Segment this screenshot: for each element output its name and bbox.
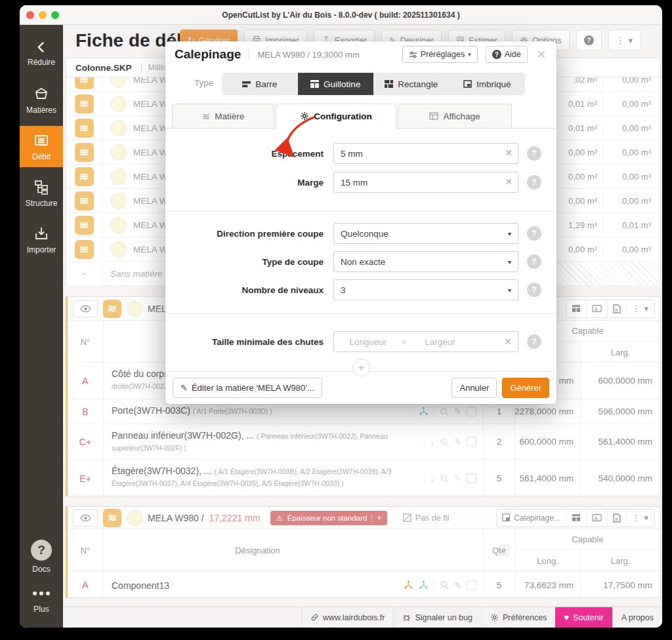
website-link[interactable]: www.lairdubois.fr <box>301 607 393 628</box>
sidebar-item-debit[interactable]: Débit <box>20 126 63 167</box>
help-circle-icon[interactable]: ? <box>527 283 541 297</box>
row-checkbox[interactable] <box>467 437 476 447</box>
axes-icon[interactable] <box>419 580 429 590</box>
report-button[interactable]: a <box>607 510 626 527</box>
edit-icon[interactable]: ✎ <box>454 580 461 590</box>
part-rows: A Component13 ✎ 5 73,6623 mm 17,7500 <box>68 571 660 599</box>
add-row-button[interactable]: + <box>352 359 370 376</box>
help-button[interactable]: ? Aide <box>486 46 528 63</box>
help-circle-icon[interactable]: ? <box>527 146 541 161</box>
type-guillotine[interactable]: Guillotine <box>298 73 374 95</box>
row-checkbox[interactable] <box>467 473 476 483</box>
help-circle-icon[interactable]: ? <box>527 254 541 269</box>
row-checkbox[interactable] <box>467 580 476 590</box>
more-menu-button[interactable]: ⋮ ▾ <box>608 30 641 50</box>
sidebar-item-matieres[interactable]: Matières <box>20 79 63 121</box>
type-row: Type Barre Guillotine Rectangle Imbriqué <box>165 73 556 95</box>
clear-icon[interactable]: ✕ <box>505 176 513 187</box>
tab-configuration[interactable]: Configuration <box>276 104 396 129</box>
close-icon[interactable]: ✕ <box>536 48 547 62</box>
arrow-down-icon[interactable]: ↓ <box>430 437 434 447</box>
levels-select[interactable]: 3 ▾ <box>333 279 518 300</box>
tab-label: Configuration <box>314 111 371 121</box>
report-button[interactable]: a <box>607 300 626 317</box>
layout-button[interactable]: Calepinage... <box>497 510 566 527</box>
part-row[interactable]: C+ Panneau inférieur(3W7H-002G), ... ( P… <box>68 424 660 460</box>
type-label-text: Imbriqué <box>476 79 511 89</box>
tab-matiere[interactable]: ≋ Matière <box>172 104 274 129</box>
tab-affichage[interactable]: Affichage <box>398 104 512 129</box>
waste-width-input[interactable] <box>406 332 474 351</box>
col-larg-header: Larg. <box>580 342 660 363</box>
magnifier-icon[interactable] <box>440 580 449 590</box>
close-window-button[interactable] <box>26 11 34 19</box>
labels-button[interactable]: A <box>586 300 607 317</box>
support-button[interactable]: ♥ Soutenir <box>555 607 612 628</box>
edit-material-button[interactable]: ✎ Éditer la matière ‘MELA W980’... <box>173 378 322 398</box>
sidebar-item-plus[interactable]: Plus <box>20 580 63 620</box>
visibility-toggle-button[interactable] <box>73 510 98 527</box>
edit-icon[interactable]: ✎ <box>454 407 461 416</box>
zoom-window-button[interactable] <box>51 11 59 19</box>
edit-icon[interactable]: ✎ <box>454 437 461 447</box>
ellipsis-icon <box>33 586 50 601</box>
clear-icon[interactable]: ✕ <box>504 336 518 347</box>
material-swatch <box>127 301 142 317</box>
sheet-material-icon: ≋ <box>75 77 94 89</box>
help-circle-icon[interactable]: ? <box>527 175 541 190</box>
part-subnames: supérieur(3W7H-002F) ) <box>112 444 391 452</box>
about-button[interactable]: A propos <box>612 607 662 628</box>
part-row[interactable]: E+ Étagère(3W7H-0032), ... ( A/1 Étagère… <box>68 460 660 497</box>
report-bug-button[interactable]: Signaler un bug <box>393 607 481 628</box>
sidebar-item-label: Débit <box>32 152 51 161</box>
type-imbrique[interactable]: Imbriqué <box>450 73 526 95</box>
arrow-down-icon[interactable]: ↓ <box>430 473 434 484</box>
thickness-warning-badge[interactable]: ⚠ Épaisseur non standard + <box>270 511 387 525</box>
sidebar-item-importer[interactable]: Importer <box>20 219 63 260</box>
part-letter: E+ <box>68 460 104 497</box>
help-button[interactable]: ? <box>576 30 602 50</box>
magnifier-icon[interactable] <box>440 437 449 447</box>
cutting-diagram-button[interactable] <box>566 510 586 527</box>
no-material-label: Sans matière <box>110 269 163 279</box>
sidebar-item-structure[interactable]: Structure <box>20 172 63 214</box>
part-row[interactable]: A Component13 ✎ 5 73,6623 mm 17,7500 <box>68 571 660 599</box>
labels-button[interactable]: A <box>586 510 607 527</box>
cutting-diagram-button[interactable] <box>566 300 586 317</box>
sidebar-item-reduire[interactable]: Réduire <box>20 34 63 73</box>
magnifier-icon[interactable] <box>440 407 449 416</box>
edit-icon[interactable]: ✎ <box>454 473 461 483</box>
layout-button-label: Calepinage... <box>514 513 560 523</box>
add-std-thickness-button[interactable]: + <box>377 513 382 523</box>
minimize-window-button[interactable] <box>39 11 47 19</box>
group-menu-button[interactable]: ⋮ ▾ <box>626 300 654 317</box>
gear-icon <box>300 111 309 121</box>
magnifier-icon[interactable] <box>440 474 449 483</box>
clear-icon[interactable]: ✕ <box>505 148 513 158</box>
spacing-label: Espacement <box>165 143 324 164</box>
spacing-input[interactable] <box>333 143 518 164</box>
part-letter: A <box>68 571 104 599</box>
file-tab[interactable]: Colonne.SKP <box>66 63 141 73</box>
row-checkbox[interactable] <box>467 407 476 416</box>
cancel-button[interactable]: Annuler <box>452 378 497 398</box>
help-circle-icon[interactable]: ? <box>527 334 541 349</box>
sidebar-item-docs[interactable]: ? Docs <box>20 533 63 580</box>
axes-warning-icon[interactable] <box>404 580 413 590</box>
grain-indicator: Pas de fil <box>403 513 449 523</box>
margin-input[interactable] <box>333 172 518 193</box>
visibility-toggle-button[interactable] <box>73 300 98 317</box>
group-menu-button[interactable]: ⋮ ▾ <box>626 510 654 527</box>
cut-type-select[interactable]: Non exacte ▾ <box>333 251 518 272</box>
waste-length-input[interactable] <box>334 332 402 351</box>
type-barre[interactable]: Barre <box>222 73 298 95</box>
heart-icon: ♥ <box>564 612 569 622</box>
help-circle-icon[interactable]: ? <box>527 226 541 241</box>
axes-icon[interactable] <box>419 407 429 416</box>
presets-button[interactable]: Préréglages ▾ <box>402 46 478 63</box>
preferences-button[interactable]: Préférences <box>481 607 555 628</box>
material-volume: 0,00 m³ <box>602 77 660 91</box>
first-cut-direction-select[interactable]: Quelconque ▾ <box>333 223 518 244</box>
type-rectangle[interactable]: Rectangle <box>373 73 450 95</box>
generate-button[interactable]: Générer <box>502 378 549 398</box>
